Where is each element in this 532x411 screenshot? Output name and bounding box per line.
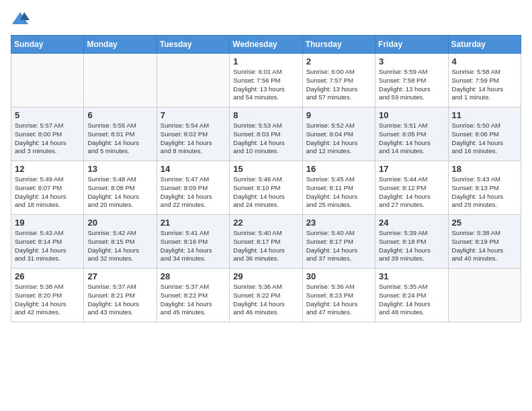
day-number: 5	[15, 110, 80, 120]
calendar-day-cell: 13Sunrise: 5:48 AM Sunset: 8:08 PM Dayli…	[84, 161, 157, 215]
calendar-day-cell	[157, 54, 229, 107]
day-info: Sunrise: 5:37 AM Sunset: 8:22 PM Dayligh…	[161, 283, 226, 317]
calendar-day-cell: 29Sunrise: 5:36 AM Sunset: 8:22 PM Dayli…	[230, 269, 302, 322]
day-info: Sunrise: 5:54 AM Sunset: 8:02 PM Dayligh…	[161, 122, 226, 156]
day-info: Sunrise: 5:42 AM Sunset: 8:15 PM Dayligh…	[87, 229, 152, 263]
calendar-day-cell: 27Sunrise: 5:37 AM Sunset: 8:21 PM Dayli…	[84, 269, 157, 322]
calendar-week-row: 19Sunrise: 5:43 AM Sunset: 8:14 PM Dayli…	[11, 215, 521, 269]
day-info: Sunrise: 5:48 AM Sunset: 8:08 PM Dayligh…	[87, 175, 152, 210]
calendar-week-row: 5Sunrise: 5:57 AM Sunset: 8:00 PM Daylig…	[11, 107, 521, 161]
day-info: Sunrise: 6:01 AM Sunset: 7:56 PM Dayligh…	[233, 68, 298, 102]
day-number: 25	[452, 218, 517, 228]
day-of-week-header: Friday	[375, 36, 448, 54]
page-header	[11, 11, 521, 27]
day-info: Sunrise: 5:40 AM Sunset: 8:17 PM Dayligh…	[233, 229, 298, 263]
day-info: Sunrise: 5:38 AM Sunset: 8:19 PM Dayligh…	[452, 229, 517, 263]
calendar-day-cell	[448, 269, 521, 322]
calendar-day-cell: 5Sunrise: 5:57 AM Sunset: 8:00 PM Daylig…	[11, 107, 84, 161]
logo	[11, 11, 32, 27]
day-number: 11	[452, 110, 517, 120]
calendar-day-cell: 9Sunrise: 5:52 AM Sunset: 8:04 PM Daylig…	[302, 107, 375, 161]
day-info: Sunrise: 5:40 AM Sunset: 8:17 PM Dayligh…	[306, 229, 371, 263]
calendar-day-cell: 16Sunrise: 5:45 AM Sunset: 8:11 PM Dayli…	[302, 161, 375, 215]
day-number: 3	[379, 56, 444, 66]
calendar-week-row: 1Sunrise: 6:01 AM Sunset: 7:56 PM Daylig…	[11, 54, 521, 107]
day-info: Sunrise: 5:36 AM Sunset: 8:23 PM Dayligh…	[306, 283, 371, 317]
calendar-week-row: 26Sunrise: 5:38 AM Sunset: 8:20 PM Dayli…	[11, 269, 521, 322]
calendar-day-cell: 24Sunrise: 5:39 AM Sunset: 8:18 PM Dayli…	[375, 215, 448, 269]
calendar-day-cell: 8Sunrise: 5:53 AM Sunset: 8:03 PM Daylig…	[230, 107, 302, 161]
day-info: Sunrise: 5:36 AM Sunset: 8:22 PM Dayligh…	[233, 283, 298, 317]
day-number: 21	[161, 218, 226, 228]
day-info: Sunrise: 5:51 AM Sunset: 8:05 PM Dayligh…	[379, 122, 444, 156]
day-of-week-header: Tuesday	[157, 36, 229, 54]
day-number: 14	[161, 164, 226, 174]
day-number: 12	[15, 164, 80, 174]
day-info: Sunrise: 5:58 AM Sunset: 7:59 PM Dayligh…	[452, 68, 517, 102]
day-info: Sunrise: 5:43 AM Sunset: 8:14 PM Dayligh…	[15, 229, 80, 263]
logo-icon	[11, 11, 30, 27]
day-of-week-header: Monday	[84, 36, 157, 54]
calendar-day-cell	[84, 54, 157, 107]
day-of-week-header: Saturday	[448, 36, 521, 54]
calendar-day-cell: 6Sunrise: 5:55 AM Sunset: 8:01 PM Daylig…	[84, 107, 157, 161]
day-info: Sunrise: 5:41 AM Sunset: 8:16 PM Dayligh…	[161, 229, 226, 263]
calendar-day-cell	[11, 54, 84, 107]
day-number: 13	[87, 164, 152, 174]
day-number: 18	[452, 164, 517, 174]
calendar-day-cell: 15Sunrise: 5:46 AM Sunset: 8:10 PM Dayli…	[230, 161, 302, 215]
calendar-day-cell: 18Sunrise: 5:43 AM Sunset: 8:13 PM Dayli…	[448, 161, 521, 215]
day-info: Sunrise: 5:52 AM Sunset: 8:04 PM Dayligh…	[306, 122, 371, 156]
day-number: 30	[306, 271, 371, 281]
calendar-day-cell: 2Sunrise: 6:00 AM Sunset: 7:57 PM Daylig…	[302, 54, 375, 107]
calendar-day-cell: 25Sunrise: 5:38 AM Sunset: 8:19 PM Dayli…	[448, 215, 521, 269]
day-number: 22	[233, 218, 298, 228]
day-info: Sunrise: 5:38 AM Sunset: 8:20 PM Dayligh…	[15, 283, 80, 317]
day-info: Sunrise: 5:44 AM Sunset: 8:12 PM Dayligh…	[379, 175, 444, 210]
day-info: Sunrise: 5:53 AM Sunset: 8:03 PM Dayligh…	[233, 122, 298, 156]
calendar-day-cell: 22Sunrise: 5:40 AM Sunset: 8:17 PM Dayli…	[230, 215, 302, 269]
day-number: 28	[161, 271, 226, 281]
calendar-day-cell: 19Sunrise: 5:43 AM Sunset: 8:14 PM Dayli…	[11, 215, 84, 269]
day-number: 29	[233, 271, 298, 281]
day-info: Sunrise: 5:43 AM Sunset: 8:13 PM Dayligh…	[452, 175, 517, 210]
calendar-table: SundayMondayTuesdayWednesdayThursdayFrid…	[11, 35, 521, 322]
day-number: 19	[15, 218, 80, 228]
day-info: Sunrise: 6:00 AM Sunset: 7:57 PM Dayligh…	[306, 68, 371, 102]
day-info: Sunrise: 5:35 AM Sunset: 8:24 PM Dayligh…	[379, 283, 444, 317]
day-number: 9	[306, 110, 371, 120]
calendar-header-row: SundayMondayTuesdayWednesdayThursdayFrid…	[11, 36, 521, 54]
calendar-day-cell: 17Sunrise: 5:44 AM Sunset: 8:12 PM Dayli…	[375, 161, 448, 215]
day-info: Sunrise: 5:37 AM Sunset: 8:21 PM Dayligh…	[87, 283, 152, 317]
day-number: 27	[87, 271, 152, 281]
day-info: Sunrise: 5:50 AM Sunset: 8:06 PM Dayligh…	[452, 122, 517, 156]
day-number: 26	[15, 271, 80, 281]
day-info: Sunrise: 5:49 AM Sunset: 8:07 PM Dayligh…	[15, 175, 80, 210]
day-number: 7	[161, 110, 226, 120]
calendar-day-cell: 20Sunrise: 5:42 AM Sunset: 8:15 PM Dayli…	[84, 215, 157, 269]
day-number: 15	[233, 164, 298, 174]
day-number: 23	[306, 218, 371, 228]
day-number: 6	[87, 110, 152, 120]
day-info: Sunrise: 5:55 AM Sunset: 8:01 PM Dayligh…	[87, 122, 152, 156]
day-info: Sunrise: 5:46 AM Sunset: 8:10 PM Dayligh…	[233, 175, 298, 210]
day-number: 20	[87, 218, 152, 228]
day-of-week-header: Thursday	[302, 36, 375, 54]
calendar-day-cell: 31Sunrise: 5:35 AM Sunset: 8:24 PM Dayli…	[375, 269, 448, 322]
calendar-day-cell: 30Sunrise: 5:36 AM Sunset: 8:23 PM Dayli…	[302, 269, 375, 322]
calendar-day-cell: 3Sunrise: 5:59 AM Sunset: 7:58 PM Daylig…	[375, 54, 448, 107]
calendar-day-cell: 1Sunrise: 6:01 AM Sunset: 7:56 PM Daylig…	[230, 54, 302, 107]
day-of-week-header: Sunday	[11, 36, 84, 54]
calendar-day-cell: 4Sunrise: 5:58 AM Sunset: 7:59 PM Daylig…	[448, 54, 521, 107]
day-info: Sunrise: 5:59 AM Sunset: 7:58 PM Dayligh…	[379, 68, 444, 102]
day-number: 31	[379, 271, 444, 281]
day-info: Sunrise: 5:47 AM Sunset: 8:09 PM Dayligh…	[161, 175, 226, 210]
day-info: Sunrise: 5:45 AM Sunset: 8:11 PM Dayligh…	[306, 175, 371, 210]
day-number: 16	[306, 164, 371, 174]
day-number: 24	[379, 218, 444, 228]
day-number: 4	[452, 56, 517, 66]
calendar-day-cell: 23Sunrise: 5:40 AM Sunset: 8:17 PM Dayli…	[302, 215, 375, 269]
day-number: 8	[233, 110, 298, 120]
calendar-day-cell: 28Sunrise: 5:37 AM Sunset: 8:22 PM Dayli…	[157, 269, 229, 322]
calendar-day-cell: 11Sunrise: 5:50 AM Sunset: 8:06 PM Dayli…	[448, 107, 521, 161]
